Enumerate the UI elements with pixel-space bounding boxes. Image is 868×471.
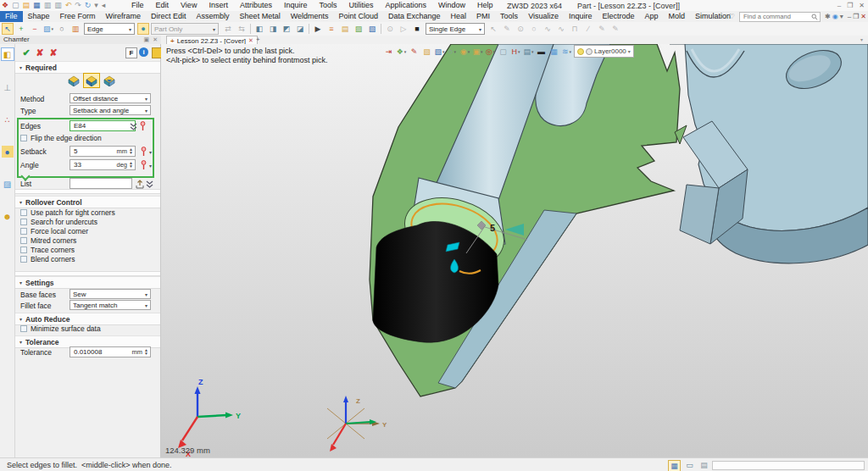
angle-input[interactable] — [72, 160, 115, 169]
menu-item[interactable]: Help — [471, 0, 499, 11]
menu-item[interactable]: Insert — [203, 0, 234, 11]
snap-icon[interactable]: ↖ — [487, 23, 499, 35]
ribbon-tab[interactable]: Electrode — [598, 11, 640, 22]
height-icon[interactable]: H — [510, 46, 521, 57]
settings-gear-icon[interactable]: ✱ — [825, 13, 831, 20]
save-icon[interactable]: ▦ — [33, 0, 41, 11]
chevron-down-icon[interactable]: ▾ — [149, 163, 152, 169]
option-checkbox[interactable] — [20, 228, 27, 235]
scope-combo[interactable]: Part Only▾ — [151, 23, 219, 35]
pick-tool-icon[interactable]: ↖ — [2, 23, 14, 35]
minimize-icon[interactable]: ‒ — [837, 2, 841, 9]
panel-toggle-icon[interactable]: ▤ — [698, 460, 709, 470]
option-checkbox[interactable] — [20, 237, 27, 244]
rollover-option[interactable]: Mitred corners — [15, 236, 160, 245]
scope-globe-icon[interactable]: ● — [137, 23, 149, 35]
undo-icon[interactable]: ↶ — [65, 0, 72, 11]
ribbon-tab[interactable]: Inquire — [564, 11, 598, 22]
cull-toggle-icon[interactable]: ⇆ — [236, 23, 248, 35]
pick-type-combo[interactable]: Single Edge▾ — [426, 23, 485, 35]
history-clock-icon[interactable]: ⊙ — [384, 23, 396, 35]
expand-chevrons-icon[interactable] — [146, 180, 153, 189]
pick-face-icon[interactable]: ◩ — [281, 23, 292, 35]
option-checkbox[interactable] — [20, 209, 27, 216]
rollover-option[interactable]: Blend corners — [15, 255, 160, 263]
grid-box-icon[interactable]: ▦ — [548, 46, 559, 57]
fillet-mode-button[interactable]: F — [125, 47, 137, 58]
pick-edge-icon[interactable]: ◨ — [267, 23, 279, 35]
pick-body-icon[interactable]: ◪ — [294, 23, 306, 35]
help-ball-icon[interactable]: ◉ — [832, 13, 838, 20]
base-faces-combo[interactable]: Sew▾ — [70, 289, 151, 299]
menu-item[interactable]: Tools — [313, 0, 342, 11]
method-combo[interactable]: Offset distance▾ — [70, 93, 151, 103]
cloud-icon[interactable]: ≋ — [561, 46, 572, 57]
gallery-icon[interactable]: ▨ — [353, 23, 364, 35]
menu-item[interactable]: Utilities — [342, 0, 379, 11]
section-settings[interactable]: Settings — [15, 276, 160, 289]
list-input-box[interactable] — [70, 178, 132, 189]
ribbon-tab[interactable]: Free Form — [55, 11, 101, 22]
curve-icon[interactable]: ∿ — [542, 23, 554, 35]
history-tree-icon[interactable]: ∴ — [2, 114, 14, 125]
rollover-option[interactable]: Trace corners — [15, 246, 160, 254]
layer-color-icon[interactable] — [586, 48, 593, 55]
flip-edge-checkbox[interactable] — [20, 135, 27, 141]
list-input[interactable] — [72, 179, 131, 188]
minimize-window-icon[interactable]: ‒ — [848, 13, 851, 20]
tolerance-input-box[interactable]: mm ▲▼ — [70, 346, 151, 357]
ribbon-tab[interactable]: Shape — [23, 11, 55, 22]
setback-input-box[interactable]: mm ▲▼ — [70, 146, 136, 157]
minimize-surface-checkbox[interactable] — [20, 325, 27, 332]
pick-list-icon[interactable]: ≡ — [326, 23, 337, 35]
close-window-icon[interactable]: ✕ — [860, 13, 866, 20]
add-pick-icon[interactable]: + — [15, 23, 27, 35]
pencil-icon[interactable]: ✎ — [501, 23, 513, 35]
visual-manager-icon[interactable]: ● — [2, 146, 14, 158]
image-tool-icon[interactable]: ▨ — [2, 178, 14, 190]
monitor-icon[interactable]: ▤ — [523, 46, 534, 57]
section-view-icon[interactable]: ◉ — [459, 46, 470, 57]
section-required[interactable]: Required — [15, 61, 160, 74]
chamfer-type-1-button[interactable] — [65, 73, 82, 88]
3d-viewport[interactable]: 5 Z Y X — [161, 44, 868, 457]
ribbon-tab[interactable]: Direct Edit — [146, 11, 192, 22]
stop-icon[interactable]: ■ — [411, 23, 423, 35]
ribbon-tab[interactable]: Point Cloud — [334, 11, 384, 22]
chamfer-type-3-button[interactable] — [101, 73, 118, 88]
black-bar-icon[interactable]: ▬ — [536, 46, 547, 57]
minimize-surface-row[interactable]: Minimize surface data — [15, 324, 160, 333]
new-file-icon[interactable]: ▢ — [12, 0, 19, 11]
panel-float-icon[interactable]: ▣ — [143, 36, 149, 44]
role-user-icon[interactable]: ☻ — [2, 210, 14, 222]
lasso-pick-icon[interactable]: ○ — [56, 23, 68, 35]
grab-a-icon[interactable]: ✎ — [596, 23, 608, 35]
solid-view-icon[interactable]: ▧ — [434, 46, 445, 57]
menu-item[interactable]: Applications — [380, 0, 433, 11]
angle-spinner[interactable]: ▲▼ — [128, 162, 134, 168]
remove-pick-icon[interactable]: − — [29, 23, 41, 35]
section-rollover[interactable]: Rollover Control — [15, 196, 160, 208]
chamfer-type-2-button[interactable] — [83, 73, 100, 88]
bounds-icon[interactable]: ▢ — [498, 46, 509, 57]
ribbon-tab[interactable]: Wireframe — [101, 11, 147, 22]
close-tab-icon[interactable]: ✕ — [248, 37, 253, 44]
layer-visibility-icon[interactable] — [577, 48, 584, 55]
chamfer-tool-icon[interactable]: ◧ — [1, 47, 14, 61]
menu-item[interactable]: Edit — [150, 0, 175, 11]
rollover-option[interactable]: Force local corner — [15, 227, 160, 236]
regen-icon[interactable]: ↻ — [85, 0, 92, 11]
favorites-icon[interactable]: ♡ — [729, 13, 735, 20]
chevron-down-icon[interactable]: ▾ — [149, 149, 152, 155]
datum-tool-icon[interactable]: ⊥ — [2, 81, 14, 93]
ribbon-tab[interactable]: Tools — [495, 11, 523, 22]
panel-close-icon[interactable]: ✕ — [153, 36, 158, 44]
ribbon-tab[interactable]: App — [640, 11, 664, 22]
rollover-option[interactable]: Search for undercuts — [15, 218, 160, 226]
edges-input[interactable] — [72, 121, 134, 130]
flip-edge-row[interactable]: Flip the edge direction — [15, 134, 160, 142]
rollover-option[interactable]: Use patch for tight corners — [15, 208, 160, 217]
menu-item[interactable]: Attributes — [234, 0, 278, 11]
display-mode-icon[interactable]: ○ — [447, 46, 458, 57]
tolerance-input[interactable] — [72, 347, 131, 357]
